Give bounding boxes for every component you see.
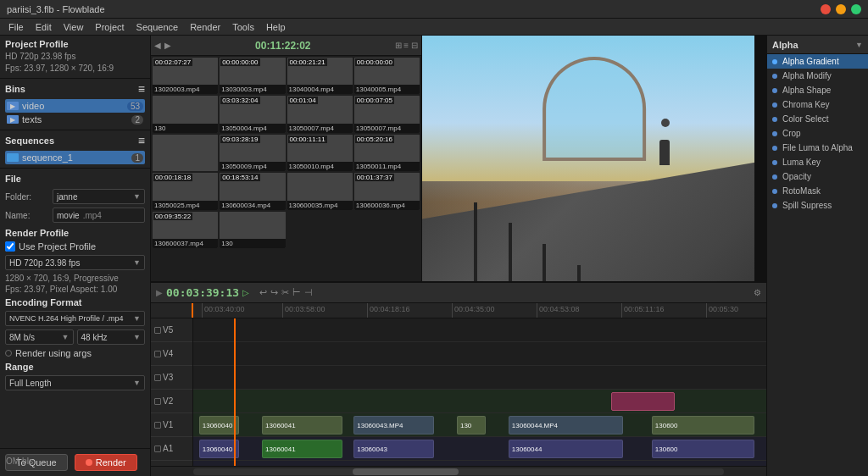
effect-item-10[interactable]: Spill Supress	[767, 198, 868, 213]
render-button[interactable]: Render	[75, 454, 137, 471]
bins-expand-icon[interactable]: ≡	[138, 82, 145, 96]
effect-item-0[interactable]: Alpha Gradient	[767, 54, 868, 69]
menu-project[interactable]: Project	[90, 20, 129, 34]
samplerate-value[interactable]: 48 kHz ▼	[77, 329, 146, 345]
clip-a1-3[interactable]: 13060044	[509, 440, 623, 458]
clip-v2-pink[interactable]	[611, 392, 674, 411]
media-thumb-2[interactable]: 00:00:21:21 13040004.mp4	[287, 58, 353, 94]
track-v5-lock[interactable]	[154, 327, 161, 334]
menu-help[interactable]: Help	[261, 20, 291, 34]
track-lane-v4[interactable]	[193, 342, 766, 366]
effect-item-5[interactable]: Crop	[767, 126, 868, 141]
tl-cut[interactable]: ✂	[281, 287, 289, 298]
media-thumb-16[interactable]: 00:09:35:22 130600037.mp4	[153, 212, 218, 248]
media-thumb-15[interactable]: 00:01:37:37 130600036.mp4	[354, 173, 420, 209]
bins-title: Bins ≡	[5, 82, 145, 96]
sequence-count: 1	[131, 153, 143, 163]
codec-value[interactable]: NVENC H.264 High Profile / .mp4 ▼	[5, 311, 145, 326]
track-lane-v5[interactable]	[193, 318, 766, 342]
media-thumb-3[interactable]: 00:00:00:00 13040005.mp4	[354, 58, 420, 94]
folder-value[interactable]: janne ▼	[53, 189, 145, 204]
media-thumb-8[interactable]	[153, 135, 218, 171]
tl-settings-icon[interactable]: ⚙	[754, 288, 761, 297]
clip-a1-1[interactable]: 13060041	[262, 440, 342, 458]
media-thumb-5[interactable]: 03:03:32:04 13050004.mp4	[220, 96, 285, 132]
clip-a1-0[interactable]: 13060040	[199, 440, 239, 458]
media-thumb-0[interactable]: 00:02:07:27 13020003.mp4	[153, 58, 218, 94]
bin-item-texts[interactable]: ▶ texts 2	[5, 113, 145, 126]
tl-out-point[interactable]: ⊣	[304, 287, 313, 298]
effects-dropdown[interactable]: ▼	[855, 41, 863, 49]
title-bar: pariisi_3.flb - Flowblade	[0, 0, 868, 19]
profile-value[interactable]: HD 720p 23.98 fps ▼	[5, 255, 145, 270]
effect-item-7[interactable]: Luma Key	[767, 155, 868, 169]
timeline-ruler: 00:03:40:00 00:03:58:00 00:04:18:16 00:0…	[151, 303, 766, 318]
media-thumb-12[interactable]: 00:00:18:18 13050025.mp4	[153, 173, 218, 209]
track-v3-lock[interactable]	[154, 374, 161, 381]
clip-v1-4[interactable]: 13060044.MP4	[509, 416, 623, 434]
media-thumb-1[interactable]: 00:00:00:00 13030003.mp4	[220, 58, 285, 94]
tl-play-icon[interactable]: ▶	[156, 288, 163, 297]
media-thumb-4[interactable]: 130	[153, 96, 218, 132]
track-lane-v1[interactable]: 13060040 13060041 13060043.MP4 130 13060…	[193, 413, 766, 437]
effect-item-4[interactable]: Color Select	[767, 112, 868, 126]
track-v4-lock[interactable]	[154, 351, 161, 357]
media-thumb-10[interactable]: 00:00:11:11 13050010.mp4	[287, 135, 353, 171]
effect-item-3[interactable]: Chroma Key	[767, 97, 868, 112]
menu-file[interactable]: File	[3, 20, 29, 34]
media-thumb-6[interactable]: 00:01:04 13050007.mp4	[287, 96, 353, 132]
minimize-button[interactable]	[836, 4, 846, 14]
media-thumb-9[interactable]: 09:03:28:19 13050009.mp4	[220, 135, 285, 171]
tl-redo[interactable]: ↪	[270, 287, 278, 298]
render-args-radio[interactable]	[5, 350, 12, 357]
effect-item-9[interactable]: RotoMask	[767, 184, 868, 198]
media-thumb-17[interactable]: 130	[220, 212, 285, 248]
media-thumb-13[interactable]: 00:18:53:14 130600034.mp4	[220, 173, 285, 209]
media-thumb-14[interactable]: 130600035.mp4	[287, 173, 353, 209]
bin-item-video[interactable]: ▶ video 53	[5, 99, 145, 113]
maximize-button[interactable]	[851, 4, 861, 14]
tl-in-point[interactable]: ⊢	[292, 287, 301, 298]
range-value[interactable]: Full Length ▼	[5, 375, 145, 390]
clip-v1-0[interactable]: 13060040	[199, 416, 239, 434]
media-thumb-11[interactable]: 00:05:20:16 13050011.mp4	[354, 135, 420, 171]
clip-a1-4[interactable]: 130600	[652, 440, 755, 458]
track-lane-a1[interactable]: 13060040 13060041 13060043 13060044 1306…	[193, 437, 766, 461]
horizontal-scrollbar[interactable]	[151, 466, 766, 476]
close-button[interactable]	[821, 4, 831, 14]
tl-play-btn[interactable]: ▷	[242, 288, 249, 297]
effect-item-2[interactable]: Alpha Shape	[767, 83, 868, 97]
clip-v1-3[interactable]: 130	[457, 416, 486, 434]
menu-view[interactable]: View	[58, 20, 89, 34]
track-lane-v3[interactable]	[193, 366, 766, 390]
menu-sequence[interactable]: Sequence	[131, 20, 184, 34]
menu-render[interactable]: Render	[185, 20, 225, 34]
effect-item-8[interactable]: Opacity	[767, 169, 868, 184]
tl-undo[interactable]: ↩	[259, 287, 267, 298]
menu-edit[interactable]: Edit	[31, 20, 57, 34]
clip-v1-1[interactable]: 13060041	[262, 416, 342, 434]
media-fwd-btn[interactable]: ▶	[164, 41, 171, 50]
menu-tools[interactable]: Tools	[227, 20, 259, 34]
sequences-expand-icon[interactable]: ≡	[138, 134, 145, 147]
effect-item-6[interactable]: File Luma to Alpha	[767, 141, 868, 155]
clip-a1-2[interactable]: 13060043	[353, 440, 434, 458]
scrollbar-track[interactable]	[193, 468, 724, 475]
track-lane-v2[interactable]	[193, 390, 766, 413]
clip-v1-5[interactable]: 130600	[652, 416, 755, 434]
name-value[interactable]: movie .mp4	[53, 208, 145, 223]
bitrate-value[interactable]: 8M b/s ▼	[5, 329, 74, 345]
sequence-item[interactable]: sequence_1 1	[5, 151, 145, 164]
media-back-btn[interactable]: ◀	[154, 41, 161, 50]
use-project-profile-checkbox[interactable]	[5, 241, 15, 252]
track-lane-a2[interactable]	[193, 461, 766, 466]
track-a1-lock[interactable]	[154, 446, 161, 452]
track-v2-lock[interactable]	[154, 398, 161, 405]
track-v1-lock[interactable]	[154, 422, 161, 429]
scrollbar-thumb[interactable]	[353, 468, 459, 475]
clip-v1-2[interactable]: 13060043.MP4	[353, 416, 434, 434]
effect-item-1[interactable]: Alpha Modify	[767, 69, 868, 83]
media-thumb-7[interactable]: 00:00:07:05 13050007.mp4	[354, 96, 420, 132]
effect-dot-6	[772, 146, 777, 151]
encoding-title: Encoding Format	[5, 297, 145, 307]
